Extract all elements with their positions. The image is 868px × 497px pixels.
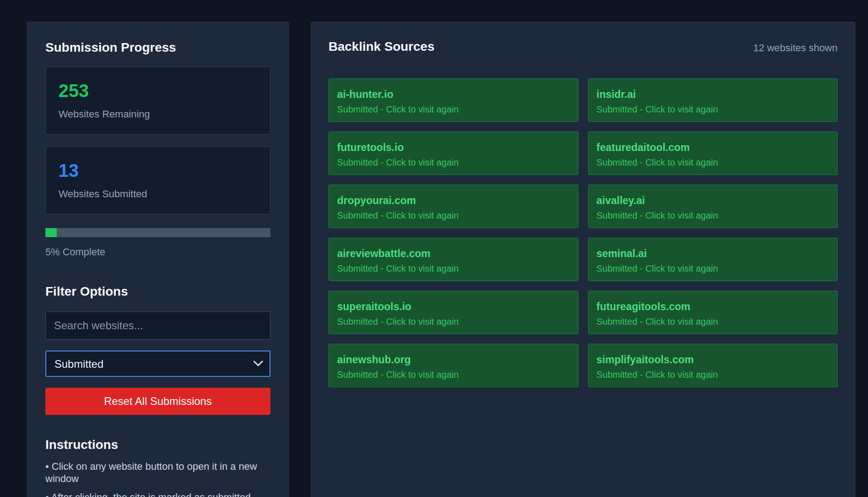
websites-shown-count: 12 websites shown <box>753 42 838 54</box>
filter-options-title: Filter Options <box>45 284 270 299</box>
websites-remaining-label: Websites Remaining <box>59 108 257 121</box>
progress-percent-label: 5% Complete <box>45 245 270 259</box>
stat-card-websites-submitted: 13 Websites Submitted <box>45 146 270 214</box>
website-status: Submitted - Click to visit again <box>337 156 570 168</box>
website-status: Submitted - Click to visit again <box>597 316 829 327</box>
website-name: ai-hunter.io <box>337 88 570 101</box>
status-filter-select[interactable]: Submitted <box>45 351 270 377</box>
main-title: Backlink Sources <box>329 39 434 54</box>
website-card[interactable]: simplifyaitools.com Submitted - Click to… <box>588 344 838 387</box>
website-status: Submitted - Click to visit again <box>337 263 570 274</box>
website-card[interactable]: futuretools.io Submitted - Click to visi… <box>329 132 579 175</box>
stat-card-websites-remaining: 253 Websites Remaining <box>45 67 270 135</box>
website-status: Submitted - Click to visit again <box>597 156 829 168</box>
website-card-grid: ai-hunter.io Submitted - Click to visit … <box>329 78 838 387</box>
website-name: insidr.ai <box>597 88 829 101</box>
submission-progress-panel: Submission Progress 253 Websites Remaini… <box>27 22 289 497</box>
website-status: Submitted - Click to visit again <box>597 369 829 380</box>
website-name: ainewshub.org <box>337 353 570 366</box>
website-name: futuretools.io <box>337 141 570 154</box>
website-card[interactable]: ai-hunter.io Submitted - Click to visit … <box>329 78 579 122</box>
website-status: Submitted - Click to visit again <box>337 103 570 115</box>
website-card[interactable]: ainewshub.org Submitted - Click to visit… <box>329 344 579 387</box>
status-filter: Submitted <box>45 351 270 377</box>
website-status: Submitted - Click to visit again <box>597 103 829 115</box>
website-card[interactable]: superaitools.io Submitted - Click to vis… <box>329 291 579 334</box>
website-status: Submitted - Click to visit again <box>337 369 570 380</box>
website-name: dropyourai.com <box>337 194 570 207</box>
website-card[interactable]: futureagitools.com Submitted - Click to … <box>588 291 838 334</box>
search-websites-input[interactable] <box>45 312 270 340</box>
website-status: Submitted - Click to visit again <box>337 316 570 327</box>
website-card[interactable]: seminal.ai Submitted - Click to visit ag… <box>588 238 838 281</box>
websites-submitted-label: Websites Submitted <box>59 188 257 200</box>
website-card[interactable]: aireviewbattle.com Submitted - Click to … <box>329 238 579 281</box>
website-name: featuredaitool.com <box>597 141 829 154</box>
backlink-sources-header: Backlink Sources 12 websites shown <box>329 39 838 54</box>
website-card[interactable]: insidr.ai Submitted - Click to visit aga… <box>588 78 838 122</box>
website-card[interactable]: featuredaitool.com Submitted - Click to … <box>588 132 838 175</box>
instruction-item: • After clicking, the site is marked as … <box>45 491 270 497</box>
website-status: Submitted - Click to visit again <box>597 263 829 274</box>
progress-bar <box>45 228 270 237</box>
website-name: aireviewbattle.com <box>337 247 570 260</box>
website-name: aivalley.ai <box>597 194 829 207</box>
website-name: simplifyaitools.com <box>597 353 829 366</box>
website-status: Submitted - Click to visit again <box>597 210 829 221</box>
website-card[interactable]: aivalley.ai Submitted - Click to visit a… <box>588 185 838 228</box>
progress-fill <box>45 228 57 237</box>
website-name: superaitools.io <box>337 300 570 313</box>
website-name: seminal.ai <box>597 247 829 260</box>
instruction-item: • Click on any website button to open it… <box>45 460 270 485</box>
websites-submitted-value: 13 <box>59 161 257 180</box>
sidebar-title: Submission Progress <box>45 40 270 55</box>
instructions-title: Instructions <box>45 438 270 452</box>
websites-remaining-value: 253 <box>59 81 257 101</box>
reset-all-submissions-button[interactable]: Reset All Submissions <box>45 388 270 415</box>
website-card[interactable]: dropyourai.com Submitted - Click to visi… <box>329 185 579 228</box>
website-status: Submitted - Click to visit again <box>337 210 570 221</box>
backlink-sources-panel: Backlink Sources 12 websites shown ai-hu… <box>311 22 855 497</box>
website-name: futureagitools.com <box>597 300 829 313</box>
